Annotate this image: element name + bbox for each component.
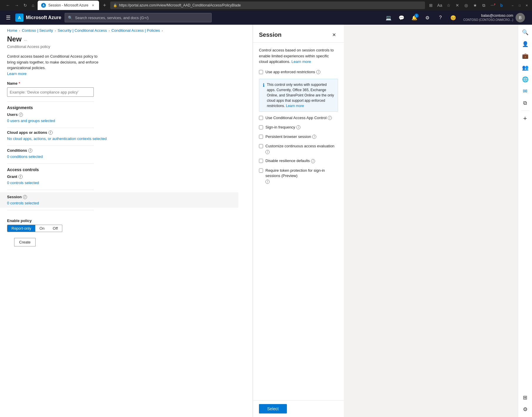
notifications-button[interactable]: 🔔 1: [409, 12, 420, 23]
select-button[interactable]: Select: [259, 404, 287, 413]
browser-reading-button[interactable]: Aa: [436, 2, 443, 9]
browser-apps-button[interactable]: ⊞: [427, 2, 434, 9]
window-controls: – □ ✕: [510, 2, 530, 8]
divider-after-session: [7, 210, 94, 210]
cloud-apps-link[interactable]: No cloud apps, actions, or authenticatio…: [7, 136, 107, 141]
right-globe-button[interactable]: 🌐: [520, 74, 531, 85]
global-search[interactable]: 🔍 Search resources, services, and docs (…: [65, 13, 212, 22]
breadcrumb-policies[interactable]: Conditional Access | Policies: [111, 28, 160, 33]
name-input[interactable]: [7, 87, 94, 97]
persistent-browser-info-icon[interactable]: i: [312, 135, 316, 139]
browser-nav-controls: ← → ↻ ⌂: [5, 2, 35, 8]
right-user-button[interactable]: 👤: [520, 39, 531, 49]
token-protection-checkbox-row: Require token protection for sign-in ses…: [259, 168, 338, 184]
divider-cloud-apps: [7, 128, 94, 128]
azure-logo-icon: A: [15, 14, 24, 22]
user-tenant: CONTOSO (CONTOSO.ONMICRO...): [463, 18, 513, 22]
grant-link[interactable]: 0 controls selected: [7, 181, 39, 185]
resilience-defaults-info-icon[interactable]: i: [311, 159, 315, 163]
app-enforced-checkbox[interactable]: [259, 70, 263, 74]
toggle-on[interactable]: On: [35, 225, 48, 232]
create-button[interactable]: Create: [14, 238, 36, 246]
browser-ext1-button[interactable]: ✕: [454, 2, 461, 9]
right-layout-button[interactable]: ⊞: [520, 392, 531, 403]
sign-in-freq-info-icon[interactable]: i: [296, 125, 300, 129]
session-link[interactable]: 0 controls selected: [7, 201, 39, 205]
conditions-label: Conditions i: [7, 148, 245, 153]
right-settings-button[interactable]: ⚙: [520, 404, 531, 415]
feedback2-button[interactable]: 😊: [448, 12, 459, 23]
token-protection-checkbox[interactable]: [259, 169, 263, 173]
sign-in-freq-checkbox[interactable]: [259, 125, 263, 129]
feedback-button[interactable]: 💬: [396, 12, 407, 23]
user-text: balas@contoso.com CONTOSO (CONTOSO.ONMIC…: [463, 14, 513, 22]
cloud-apps-field-group: Cloud apps or actions i No cloud apps, a…: [7, 130, 245, 141]
resilience-defaults-checkbox[interactable]: [259, 159, 263, 163]
browser-tab[interactable]: A Session - Microsoft Azure ✕: [38, 1, 99, 10]
app-enforced-info-icon[interactable]: i: [316, 70, 320, 74]
right-layers-button[interactable]: ⧉: [520, 98, 531, 108]
notification-badge: 1: [414, 14, 419, 18]
search-icon: 🔍: [68, 16, 73, 20]
close-window-button[interactable]: ✕: [524, 2, 530, 8]
azure-app-name: Microsoft Azure: [26, 15, 61, 20]
page-learn-more-link[interactable]: Learn more: [7, 71, 26, 76]
more-options-button[interactable]: ...: [24, 37, 27, 41]
help-button[interactable]: ?: [435, 12, 446, 23]
forward-button[interactable]: →: [14, 2, 20, 8]
ca-app-control-checkbox[interactable]: [259, 116, 263, 120]
name-field-group: Name *: [7, 81, 245, 97]
grant-info-icon[interactable]: i: [19, 175, 23, 179]
session-close-button[interactable]: ✕: [330, 31, 338, 39]
info-box-text: This control only works with supported a…: [267, 82, 334, 109]
users-link[interactable]: 0 users and groups selected: [7, 119, 55, 123]
settings-button[interactable]: ⚙: [422, 12, 433, 23]
minimize-button[interactable]: –: [510, 2, 516, 8]
browser-right-controls: ⊞ Aa ☆ ✕ ◎ ★ ⧉ ● ⋯ b: [427, 2, 505, 9]
reload-button[interactable]: ↻: [22, 2, 28, 8]
breadcrumb-conditional-access[interactable]: Security | Conditional Access: [58, 28, 107, 33]
browser-favorites-button[interactable]: ☆: [445, 2, 452, 9]
address-bar[interactable]: 🔒 https://portal.azure.com/#view/Microso…: [110, 1, 425, 9]
bing-copilot-button[interactable]: b: [498, 2, 505, 9]
persistent-browser-checkbox[interactable]: [259, 135, 263, 139]
info-box-learn-more-link[interactable]: Learn more: [286, 104, 304, 108]
user-info[interactable]: balas@contoso.com CONTOSO (CONTOSO.ONMIC…: [461, 12, 527, 24]
continuous-access-info-icon[interactable]: i: [265, 150, 270, 154]
breadcrumb-sep1: ›: [19, 29, 20, 32]
browser-ext2-button[interactable]: ◎: [463, 2, 470, 9]
cloud-apps-info-icon[interactable]: i: [48, 131, 53, 135]
home-button[interactable]: ⌂: [31, 2, 35, 8]
toggle-report-only[interactable]: Report-only: [7, 225, 35, 232]
toggle-off[interactable]: Off: [49, 225, 62, 232]
conditions-info-icon[interactable]: i: [28, 149, 32, 153]
session-learn-more-link[interactable]: Learn more: [292, 59, 311, 64]
enable-policy-label: Enable policy: [7, 218, 245, 223]
browser-more-button[interactable]: ● ⋯: [489, 2, 496, 9]
hamburger-menu-button[interactable]: ☰: [5, 13, 12, 22]
right-people-button[interactable]: 👥: [520, 62, 531, 73]
conditions-link[interactable]: 0 conditions selected: [7, 154, 43, 159]
breadcrumb-home[interactable]: Home: [7, 28, 17, 33]
browser-ext3-button[interactable]: ★: [471, 2, 479, 9]
right-search-button[interactable]: 🔍: [520, 27, 531, 38]
session-info-icon[interactable]: i: [23, 195, 27, 199]
session-panel: Session ✕ Control access based on sessio…: [253, 25, 344, 417]
maximize-button[interactable]: □: [517, 2, 523, 8]
back-button[interactable]: ←: [5, 2, 11, 8]
new-tab-button[interactable]: +: [101, 2, 108, 9]
continuous-access-checkbox[interactable]: [259, 144, 263, 148]
policy-toggle-group[interactable]: Report-only On Off: [7, 225, 62, 232]
breadcrumb-security[interactable]: Contoso | Security: [22, 28, 53, 33]
continuous-access-checkbox-row: Customize continuous access evaluation i: [259, 144, 338, 154]
right-add-button[interactable]: +: [520, 113, 531, 124]
tab-close-button[interactable]: ✕: [91, 3, 96, 8]
browser-sidebar-button[interactable]: ⧉: [480, 2, 487, 9]
users-info-icon[interactable]: i: [19, 113, 23, 117]
ca-app-control-info-icon[interactable]: i: [328, 116, 332, 120]
info-box: ℹ This control only works with supported…: [259, 79, 338, 112]
right-outlook-button[interactable]: ✉: [520, 86, 531, 96]
token-protection-info-icon[interactable]: i: [265, 180, 270, 184]
right-briefcase-button[interactable]: 💼: [520, 51, 531, 61]
cloud-shell-button[interactable]: 💻: [383, 12, 394, 23]
